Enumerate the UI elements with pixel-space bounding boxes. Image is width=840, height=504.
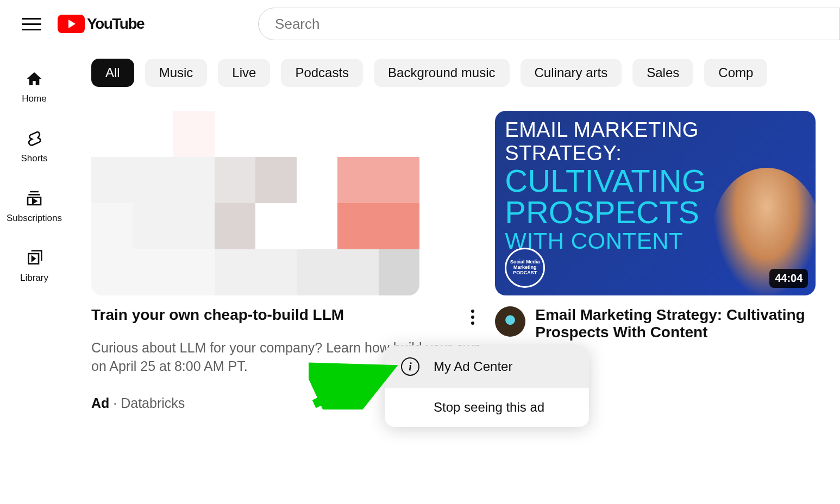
podcast-badge: Social Media Marketing PODCAST bbox=[505, 248, 545, 288]
ad-title[interactable]: Train your own cheap-to-build LLM bbox=[91, 306, 344, 324]
youtube-play-icon bbox=[58, 15, 85, 33]
subscriptions-icon bbox=[25, 189, 43, 207]
filter-chip-podcasts[interactable]: Podcasts bbox=[281, 59, 363, 87]
hamburger-menu-button[interactable] bbox=[22, 14, 41, 34]
search-input[interactable] bbox=[258, 8, 840, 40]
sidebar-item-shorts[interactable]: Shorts bbox=[21, 129, 47, 164]
sidebar-item-subscriptions[interactable]: Subscriptions bbox=[7, 189, 62, 224]
filter-chip-live[interactable]: Live bbox=[218, 59, 270, 87]
svg-line-0 bbox=[314, 369, 390, 404]
home-icon bbox=[25, 70, 43, 88]
ad-options-popup: i My Ad Center Stop seeing this ad bbox=[385, 345, 589, 427]
filter-chip-sales[interactable]: Sales bbox=[632, 59, 693, 87]
sidebar: Home Shorts Subscriptions Library bbox=[0, 48, 68, 504]
menu-item-my-ad-center[interactable]: i My Ad Center bbox=[385, 345, 589, 388]
shorts-icon bbox=[25, 129, 43, 148]
ad-options-button[interactable] bbox=[465, 306, 481, 325]
filter-chip-all[interactable]: All bbox=[91, 59, 134, 87]
video-thumbnail[interactable]: EMAIL MARKETING STRATEGY: CULTIVATING PR… bbox=[495, 111, 816, 295]
library-icon bbox=[25, 249, 43, 267]
filter-chip-culinary-arts[interactable]: Culinary arts bbox=[521, 59, 622, 87]
filter-chip-row: AllMusicLivePodcastsBackground musicCuli… bbox=[91, 59, 840, 87]
sidebar-item-library[interactable]: Library bbox=[20, 249, 48, 284]
filter-chip-music[interactable]: Music bbox=[145, 59, 208, 87]
duration-badge: 44:04 bbox=[769, 269, 808, 288]
menu-item-stop-seeing-ad[interactable]: Stop seeing this ad bbox=[385, 388, 589, 427]
ad-thumbnail[interactable] bbox=[91, 111, 419, 295]
video-title[interactable]: Email Marketing Strategy: Cultivating Pr… bbox=[535, 306, 840, 341]
youtube-logo-text: YouTube bbox=[87, 15, 144, 33]
channel-avatar[interactable] bbox=[495, 306, 525, 337]
youtube-logo[interactable]: YouTube bbox=[58, 15, 144, 33]
annotation-arrow bbox=[309, 361, 406, 410]
filter-chip-background-music[interactable]: Background music bbox=[374, 59, 509, 87]
filter-chip-comp[interactable]: Comp bbox=[704, 59, 767, 87]
sidebar-item-home[interactable]: Home bbox=[22, 70, 46, 104]
